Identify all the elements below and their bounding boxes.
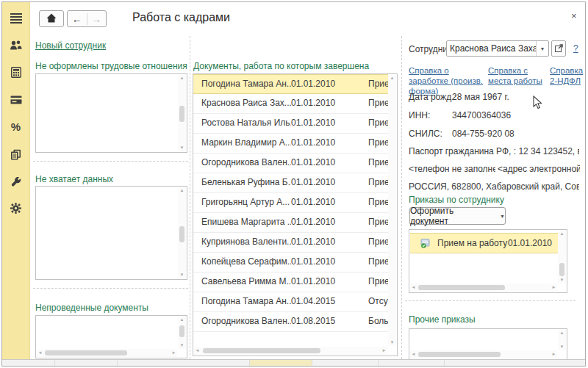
row-date: 01.04.2015 (291, 292, 368, 311)
scrollbar-vertical[interactable]: ▲ ▼ (178, 75, 186, 151)
section-title-no-labor-relations: Не оформлены трудовые отношения (35, 61, 187, 71)
documents-table[interactable]: Погодина Тамара Ан... 01.01.2010 Прием н… (193, 74, 388, 346)
row-doc-type: Прием н (368, 193, 388, 212)
scrollbar-horizontal[interactable]: ◄ ► (410, 284, 557, 292)
row-employee-name: Епишева Маргарита ... (193, 213, 291, 232)
table-row[interactable]: Краснова Раиса Зах... 01.01.2010 Прием н (193, 94, 388, 114)
row-doc-type: Прием н (368, 134, 388, 153)
close-icon[interactable]: × (570, 9, 578, 23)
scrollbar-vertical[interactable]: ▲ ▼ (558, 330, 566, 350)
table-row[interactable]: Маркин Владимир А... 01.01.2010 Прием н (193, 134, 388, 154)
table-row[interactable]: Епишева Маргарита ... 01.01.2010 Прием н (193, 213, 388, 233)
row-date: 01.01.2010 (291, 114, 368, 133)
page-title: Работа с кадрами (132, 11, 230, 24)
card-icon[interactable] (2, 92, 29, 108)
row-employee-name: Ростова Наталья Иль... (193, 114, 291, 133)
chevron-down-icon[interactable]: ▼ (536, 41, 548, 56)
calculator-icon[interactable] (2, 64, 29, 80)
orders-list-box[interactable]: Прием на работу 01.01.2010 ▲ ▼ ◄ ► (409, 229, 567, 293)
row-employee-name: Григорьянц Артур А... (193, 193, 291, 212)
table-row[interactable]: Ростова Наталья Иль... 01.01.2010 Прием … (193, 114, 388, 134)
employee-combobox[interactable]: Краснова Раиса Захаров ▼ (446, 40, 549, 57)
table-row[interactable]: Григорьянц Артур А... 01.01.2010 Прием н (193, 193, 388, 213)
unposted-documents-list[interactable]: ▲ ▼ ◄ ► (35, 315, 187, 358)
email-placeholder[interactable]: <адрес электронной ... (498, 164, 580, 174)
separator (33, 288, 188, 289)
scrollbar-vertical[interactable]: ▲ ▼ (178, 317, 186, 349)
app-screen: % ← → Работа с кадрами × Новый сотрудник… (0, 0, 588, 368)
separator (190, 36, 190, 359)
table-row[interactable]: Савельева Римма М... 01.01.2010 Прием н (193, 273, 388, 292)
inn-value: 344700364036 (452, 110, 511, 120)
row-doc-type: Прием н (368, 233, 388, 252)
table-row[interactable]: Куприянова Валенти... 01.01.2010 Прием н (193, 233, 388, 253)
scrollbar-horizontal[interactable]: ◄ ► (410, 350, 557, 358)
open-employee-button[interactable] (551, 40, 566, 57)
row-doc-type: Прием н (368, 213, 388, 232)
row-employee-name: Копейцева Серафим... (193, 253, 291, 272)
scrollbar-horizontal[interactable]: ◄ ► (194, 347, 387, 355)
order-name: Прием на работу (437, 238, 507, 248)
missing-data-list[interactable]: ▲ ▼ (35, 186, 187, 280)
row-doc-type: Прием н (368, 273, 388, 292)
passport-line: Паспорт гражданина РФ, : 12 34 123452, в… (409, 146, 579, 156)
wrench-icon[interactable] (2, 173, 29, 190)
row-doc-type: Прием н (368, 253, 388, 272)
phone-placeholder[interactable]: <телефон не заполнен> (409, 164, 495, 174)
scrollbar-vertical[interactable]: ▲ ▼ (558, 231, 566, 284)
table-row[interactable]: Беленькая Руфина Б... 01.01.2010 Прием н (193, 173, 388, 193)
row-employee-name: Маркин Владимир А... (193, 134, 291, 153)
open-icon (555, 42, 563, 55)
percent-icon[interactable]: % (2, 118, 29, 134)
row-doc-type: Прием н (368, 173, 388, 192)
other-orders-list-box[interactable]: ▲ ▼ ◄ ► (409, 328, 567, 360)
menu-icon[interactable] (2, 10, 29, 26)
row-doc-type: Отсутств (368, 292, 388, 311)
create-document-button[interactable]: Оформить документ ▼ (409, 207, 506, 225)
scrollbar-vertical[interactable]: ▲ ▼ (178, 187, 186, 278)
help-link[interactable]: ? (573, 43, 578, 54)
document-check-icon (420, 239, 431, 248)
status-cell (312, 360, 379, 366)
row-employee-name: Погодина Тамара Ан... (193, 75, 291, 93)
row-date: 01.01.2010 (291, 193, 368, 212)
table-row[interactable]: Погодина Тамара Ан... 01.04.2015 Отсутст… (193, 292, 388, 312)
forward-button[interactable]: → (87, 13, 107, 25)
gear-icon[interactable] (2, 200, 29, 216)
row-date: 01.01.2010 (291, 154, 368, 173)
no-labor-relations-list[interactable]: ▲ ▼ (35, 73, 187, 153)
birthdate-label: Дата рожд.: (409, 92, 456, 102)
status-cell (55, 360, 118, 366)
ndfl-certificate-link[interactable]: Справка 2-НДФЛ (550, 65, 586, 86)
row-employee-name: Краснова Раиса Зах... (193, 94, 291, 113)
table-row[interactable]: Копейцева Серафим... 01.01.2010 Прием н (193, 253, 388, 273)
table-row[interactable]: Огородникова Вален... 01.01.2010 Прием н (193, 154, 388, 173)
users-icon[interactable] (2, 37, 29, 53)
row-employee-name: Савельева Римма М... (193, 273, 291, 292)
home-button[interactable] (39, 10, 64, 27)
sidebar: % (2, 2, 30, 361)
separator (405, 300, 576, 301)
inn-label: ИНН: (409, 110, 430, 120)
scrollbar-horizontal[interactable]: ◄ ► (37, 349, 177, 357)
scrollbar-vertical[interactable]: ▲ ▼ (388, 75, 396, 346)
snils-value: 084-755-920 08 (452, 129, 514, 139)
new-employee-link[interactable]: Новый сотрудник (35, 40, 106, 51)
row-date: 01.01.2010 (291, 94, 368, 113)
table-row[interactable]: Огородникова Вален... 01.08.2015 Больнич (193, 312, 388, 332)
row-doc-type: Больнич (368, 312, 388, 331)
separator (401, 36, 402, 359)
back-button[interactable]: ← (68, 13, 87, 25)
status-cell (379, 360, 445, 366)
row-doc-type: Прием н (368, 154, 388, 173)
table-row[interactable]: Погодина Тамара Ан... 01.01.2010 Прием н (193, 74, 388, 94)
workplace-certificate-link[interactable]: Справка с места работы (488, 65, 545, 86)
row-doc-type: Прием н (368, 75, 388, 93)
journal-icon[interactable] (2, 146, 29, 162)
section-title-unposted-documents: Непроведенные документы (35, 303, 148, 313)
row-date: 01.08.2015 (291, 312, 368, 331)
order-row[interactable]: Прием на работу 01.01.2010 (410, 233, 558, 253)
row-date: 01.01.2010 (291, 75, 368, 93)
create-document-label: Оформить документ (410, 206, 493, 226)
mouse-cursor (533, 95, 542, 112)
